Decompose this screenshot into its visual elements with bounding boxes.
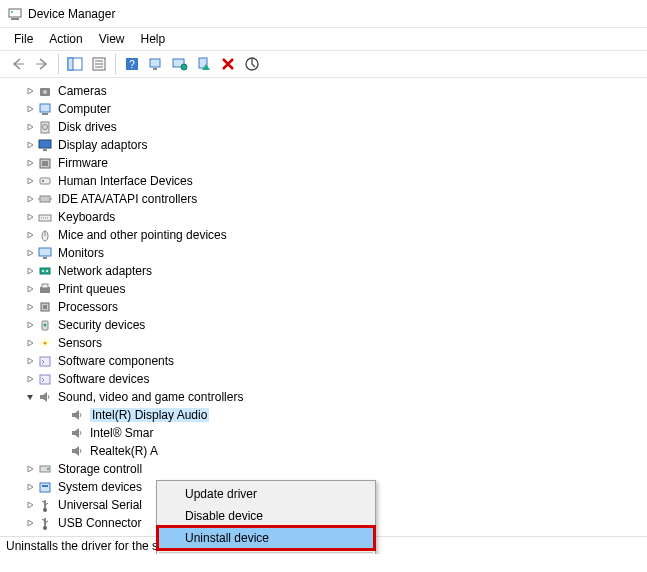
caret-right-icon[interactable] xyxy=(24,247,36,259)
caret-right-icon[interactable] xyxy=(24,463,36,475)
menu-help[interactable]: Help xyxy=(133,30,174,48)
svg-rect-19 xyxy=(40,104,50,112)
menu-file[interactable]: File xyxy=(6,30,41,48)
tree-node[interactable]: Sound, video and game controllers xyxy=(12,388,647,406)
tree-node[interactable]: Computer xyxy=(12,100,647,118)
tree-node-label: Monitors xyxy=(58,246,104,260)
tree-node[interactable]: Mice and other pointing devices xyxy=(12,226,647,244)
scan-hardware-button[interactable] xyxy=(144,53,168,75)
caret-right-icon[interactable] xyxy=(24,517,36,529)
tree-node[interactable]: Human Interface Devices xyxy=(12,172,647,190)
caret-right-icon[interactable] xyxy=(24,481,36,493)
show-hide-console-button[interactable] xyxy=(63,53,87,75)
svg-rect-24 xyxy=(43,149,47,151)
svg-rect-26 xyxy=(42,161,48,166)
tree-node-label: Computer xyxy=(58,102,111,116)
tree-child-node[interactable]: Intel® Smar xyxy=(12,424,647,442)
tree-node[interactable]: Firmware xyxy=(12,154,647,172)
svg-rect-1 xyxy=(11,18,19,20)
tree-node-label: Disk drives xyxy=(58,120,117,134)
caret-right-icon[interactable] xyxy=(24,337,36,349)
disable-device-button[interactable] xyxy=(240,53,264,75)
caret-right-icon[interactable] xyxy=(24,319,36,331)
tree-node[interactable]: Monitors xyxy=(12,244,647,262)
caret-right-icon[interactable] xyxy=(24,157,36,169)
tree-node[interactable]: Sensors xyxy=(12,334,647,352)
svg-rect-23 xyxy=(39,140,51,148)
svg-point-28 xyxy=(42,180,44,182)
svg-rect-34 xyxy=(39,248,51,256)
tree-node[interactable]: Software components xyxy=(12,352,647,370)
software-icon xyxy=(38,354,52,368)
menubar: File Action View Help xyxy=(0,28,647,50)
caret-right-icon[interactable] xyxy=(24,283,36,295)
caret-right-icon[interactable] xyxy=(24,211,36,223)
update-driver-button[interactable] xyxy=(168,53,192,75)
tree-node-label: System devices xyxy=(58,480,142,494)
svg-point-2 xyxy=(11,11,13,13)
help-button[interactable]: ? xyxy=(120,53,144,75)
caret-right-icon[interactable] xyxy=(24,499,36,511)
back-button[interactable] xyxy=(6,53,30,75)
speaker-icon xyxy=(70,408,84,422)
caret-right-icon[interactable] xyxy=(24,121,36,133)
caret-none xyxy=(56,427,68,439)
usb-icon xyxy=(38,498,52,512)
svg-point-14 xyxy=(181,64,187,70)
tree-node-label: Human Interface Devices xyxy=(58,174,193,188)
toolbar: ? xyxy=(0,50,647,78)
tree-node[interactable]: Security devices xyxy=(12,316,647,334)
caret-right-icon[interactable] xyxy=(24,139,36,151)
firmware-icon xyxy=(38,156,52,170)
tree-node[interactable]: IDE ATA/ATAPI controllers xyxy=(12,190,647,208)
uninstall-button[interactable] xyxy=(216,53,240,75)
context-item-disable-device[interactable]: Disable device xyxy=(157,505,375,527)
device-tree[interactable]: CamerasComputerDisk drivesDisplay adapto… xyxy=(0,78,647,536)
tree-node-label: IDE ATA/ATAPI controllers xyxy=(58,192,197,206)
tree-child-label: Realtek(R) A xyxy=(90,444,158,458)
tree-node-label: Network adapters xyxy=(58,264,152,278)
svg-point-44 xyxy=(44,324,47,327)
menu-view[interactable]: View xyxy=(91,30,133,48)
caret-right-icon[interactable] xyxy=(24,193,36,205)
tree-node[interactable]: Disk drives xyxy=(12,118,647,136)
svg-rect-48 xyxy=(40,375,50,384)
tree-child-label: Intel® Smar xyxy=(90,426,154,440)
hid-icon xyxy=(38,174,52,188)
context-item-uninstall-device[interactable]: Uninstall device xyxy=(157,527,375,549)
tree-node-label: USB Connector xyxy=(58,516,141,530)
svg-rect-42 xyxy=(43,305,47,309)
caret-right-icon[interactable] xyxy=(24,85,36,97)
caret-right-icon[interactable] xyxy=(24,301,36,313)
enable-device-button[interactable] xyxy=(192,53,216,75)
caret-right-icon[interactable] xyxy=(24,373,36,385)
processor-icon xyxy=(38,300,52,314)
printer-icon xyxy=(38,282,52,296)
tree-node[interactable]: Storage controll xyxy=(12,460,647,478)
software-icon xyxy=(38,372,52,386)
tree-child-node[interactable]: Intel(R) Display Audio xyxy=(12,406,647,424)
tree-node[interactable]: Software devices xyxy=(12,370,647,388)
caret-none xyxy=(56,445,68,457)
tree-node-label: Software components xyxy=(58,354,174,368)
caret-right-icon[interactable] xyxy=(24,103,36,115)
caret-right-icon[interactable] xyxy=(24,229,36,241)
tree-child-node[interactable]: Realtek(R) A xyxy=(12,442,647,460)
tree-node[interactable]: Network adapters xyxy=(12,262,647,280)
app-icon xyxy=(8,7,22,21)
tree-node[interactable]: Keyboards xyxy=(12,208,647,226)
tree-node[interactable]: Display adaptors xyxy=(12,136,647,154)
caret-down-icon[interactable] xyxy=(24,391,36,403)
speaker-icon xyxy=(70,444,84,458)
caret-right-icon[interactable] xyxy=(24,175,36,187)
properties-button[interactable] xyxy=(87,53,111,75)
tree-node[interactable]: Processors xyxy=(12,298,647,316)
svg-rect-20 xyxy=(42,113,48,115)
tree-node[interactable]: Print queues xyxy=(12,280,647,298)
forward-button[interactable] xyxy=(30,53,54,75)
caret-right-icon[interactable] xyxy=(24,355,36,367)
menu-action[interactable]: Action xyxy=(41,30,90,48)
tree-node[interactable]: Cameras xyxy=(12,82,647,100)
caret-right-icon[interactable] xyxy=(24,265,36,277)
context-item-update-driver[interactable]: Update driver xyxy=(157,483,375,505)
